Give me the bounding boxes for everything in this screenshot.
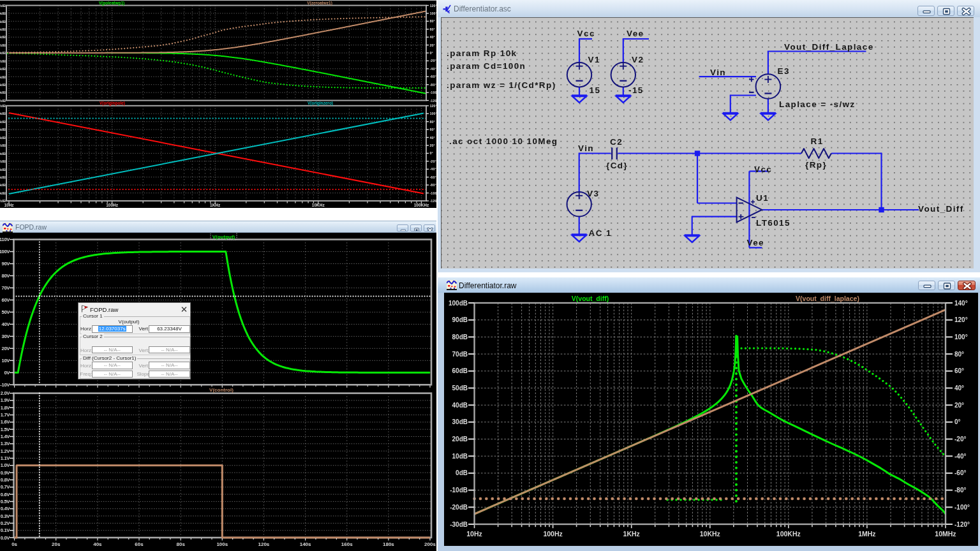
svg-text:-40°: -40° [430, 167, 436, 171]
svg-text:10Hz: 10Hz [466, 530, 482, 538]
svg-text:40°: 40° [430, 35, 435, 39]
svg-text:6dB: 6dB [0, 128, 6, 131]
svg-text:10MHz: 10MHz [935, 530, 956, 538]
svg-text:2dB: 2dB [0, 143, 6, 147]
svg-text:10dB: 10dB [452, 453, 468, 460]
svg-text:80dB: 80dB [452, 334, 468, 341]
svg-text:-80°: -80° [430, 183, 436, 187]
svg-text:-8dB: -8dB [0, 183, 6, 187]
svg-text:120°: 120° [954, 316, 968, 323]
svg-text:140°: 140° [954, 300, 968, 307]
svg-text:1.1V: 1.1V [1, 455, 10, 461]
svg-text:-100°: -100° [430, 91, 437, 94]
svg-text:6dB: 6dB [0, 27, 6, 31]
svg-text:90V: 90V [2, 261, 10, 267]
svg-text:V(poleatwp1): V(poleatwp1) [99, 1, 124, 6]
svg-text:80V: 80V [2, 273, 10, 279]
svg-text:40V: 40V [2, 321, 10, 327]
svg-text:.param Cd=100n: .param Cd=100n [447, 61, 526, 71]
svg-text:Vout_Diff: Vout_Diff [918, 204, 964, 214]
svg-text:-2dB: -2dB [0, 59, 6, 63]
svg-text:20°: 20° [954, 402, 964, 409]
svg-text:-10dB: -10dB [0, 91, 6, 94]
svg-text:90dB: 90dB [452, 316, 468, 323]
svg-text:U1: U1 [756, 193, 769, 203]
svg-text:180s: 180s [383, 541, 394, 547]
svg-text:8dB: 8dB [0, 120, 6, 124]
svg-text:1.2V: 1.2V [1, 448, 10, 454]
svg-text:10V: 10V [2, 358, 10, 364]
svg-text:1.8V: 1.8V [1, 405, 10, 411]
svg-text:100V: 100V [0, 249, 10, 254]
svg-text:200s: 200s [424, 541, 436, 547]
svg-text:100Hz: 100Hz [106, 203, 119, 207]
svg-text:-120°: -120° [430, 199, 437, 203]
svg-text:0.9V: 0.9V [1, 470, 10, 476]
svg-text:-100°: -100° [954, 504, 970, 511]
svg-text:-100°: -100° [430, 191, 437, 195]
svg-text:0s: 0s [11, 541, 17, 547]
svg-text:10dB: 10dB [0, 112, 6, 115]
svg-text:V(output): V(output) [212, 234, 235, 240]
svg-text:12dB: 12dB [0, 4, 6, 8]
svg-text:-120°: -120° [954, 521, 970, 528]
svg-text:1KHz: 1KHz [210, 203, 221, 207]
svg-text:60°: 60° [430, 27, 435, 31]
svg-text:110V: 110V [0, 237, 10, 242]
svg-text:40°: 40° [954, 385, 964, 392]
svg-text:0.1V: 0.1V [1, 527, 10, 533]
svg-text:AC 1: AC 1 [589, 228, 612, 238]
svg-text:-4dB: -4dB [0, 67, 6, 71]
svg-text:Vout_Diff_Laplace: Vout_Diff_Laplace [784, 42, 874, 52]
svg-text:-15: -15 [628, 85, 644, 95]
svg-text:Laplace = -s/wz: Laplace = -s/wz [779, 99, 856, 109]
svg-text:-20dB: -20dB [450, 504, 468, 511]
svg-text:-30dB: -30dB [450, 521, 468, 528]
svg-text:40°: 40° [430, 136, 435, 140]
svg-text:-20°: -20° [430, 159, 436, 163]
svg-text:1MHz: 1MHz [858, 530, 875, 538]
svg-text:100s: 100s [216, 541, 228, 547]
svg-text:.param wz = 1/(Cd*Rp): .param wz = 1/(Cd*Rp) [447, 80, 556, 90]
svg-text:120°: 120° [430, 104, 437, 108]
svg-text:-2dB: -2dB [0, 159, 6, 163]
svg-text:100°: 100° [430, 11, 437, 15]
svg-text:0°: 0° [430, 51, 433, 55]
svg-text:-6dB: -6dB [0, 175, 6, 179]
svg-text:E3: E3 [778, 66, 790, 76]
svg-text:Vin: Vin [710, 68, 726, 77]
svg-text:0.5V: 0.5V [1, 499, 10, 504]
svg-text:0V: 0V [4, 370, 10, 376]
svg-text:0°: 0° [954, 418, 961, 425]
svg-text:-40°: -40° [430, 67, 436, 71]
svg-text:V(zeroatwz1): V(zeroatwz1) [307, 1, 332, 6]
svg-text:60V: 60V [2, 297, 10, 303]
svg-text:V3: V3 [587, 189, 599, 198]
svg-text:1.5V: 1.5V [1, 427, 10, 432]
svg-text:Vee: Vee [747, 238, 764, 247]
svg-text:10KHz: 10KHz [312, 203, 325, 207]
svg-text:160s: 160s [341, 541, 353, 547]
svg-text:0.6V: 0.6V [1, 492, 10, 497]
svg-text:-60°: -60° [954, 469, 966, 476]
svg-text:50dB: 50dB [452, 385, 468, 392]
svg-text:-10dB: -10dB [0, 191, 6, 195]
svg-text:100KHz: 100KHz [414, 203, 429, 207]
svg-text:20s: 20s [52, 541, 61, 547]
svg-text:0dB: 0dB [0, 152, 6, 156]
svg-text:-80°: -80° [954, 487, 966, 494]
svg-text:10dB: 10dB [0, 11, 6, 15]
svg-text:12dB: 12dB [0, 104, 6, 108]
svg-text:40dB: 40dB [452, 402, 468, 409]
svg-text:80s: 80s [177, 541, 186, 547]
svg-text:R1: R1 [811, 136, 824, 146]
svg-text:V(vout_diff_laplace): V(vout_diff_laplace) [796, 295, 859, 302]
svg-text:-60°: -60° [430, 75, 436, 78]
svg-text:70dB: 70dB [452, 351, 468, 358]
svg-text:{Cd}: {Cd} [606, 161, 628, 170]
svg-text:-10V: -10V [0, 382, 10, 388]
svg-text:100dB: 100dB [449, 300, 468, 307]
svg-text:1.3V: 1.3V [1, 441, 10, 446]
svg-text:60°: 60° [954, 367, 964, 374]
svg-text:120s: 120s [258, 541, 270, 547]
